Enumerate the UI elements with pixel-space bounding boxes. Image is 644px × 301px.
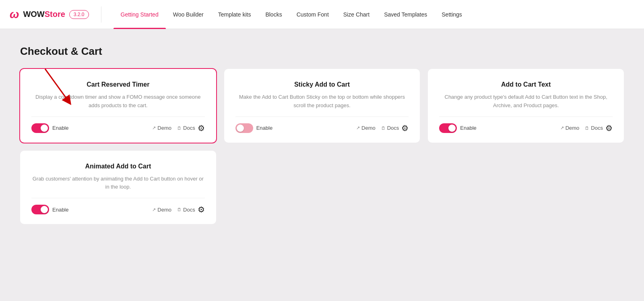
nav-item-settings[interactable]: Settings [434, 0, 469, 29]
docs-label: Docs [183, 207, 195, 213]
header: ω WOWStore 3.2.0 Getting Started Woo Bui… [0, 0, 644, 29]
doc-icon: 🗒 [177, 207, 182, 212]
demo-link[interactable]: ↗ Demo [152, 125, 171, 131]
nav-item-getting-started[interactable]: Getting Started [114, 0, 166, 29]
settings-gear-icon[interactable]: ⚙ [198, 205, 205, 214]
demo-label: Demo [361, 125, 376, 131]
logo-w-icon: ω [10, 9, 19, 20]
settings-gear-icon[interactable]: ⚙ [198, 123, 205, 133]
settings-gear-icon[interactable]: ⚙ [401, 123, 409, 133]
toggle-wrapper: Enable [31, 123, 152, 133]
enable-toggle[interactable] [439, 123, 457, 133]
card-cart-reserved-timer: Cart Reserved Timer Display a countdown … [20, 69, 216, 143]
nav-item-template-kits[interactable]: Template kits [211, 0, 258, 29]
external-link-icon: ↗ [152, 125, 156, 131]
main-content: Checkout & Cart Cart Reserved Timer Disp… [0, 29, 644, 301]
docs-label: Docs [387, 125, 399, 131]
enable-label: Enable [52, 125, 68, 131]
demo-link[interactable]: ↗ Demo [152, 207, 171, 213]
demo-label: Demo [566, 125, 580, 131]
nav-item-blocks[interactable]: Blocks [258, 0, 289, 29]
version-badge: 3.2.0 [69, 10, 89, 19]
card-links: ↗ Demo 🗒 Docs [152, 125, 195, 131]
logo-area: ω WOWStore 3.2.0 [10, 9, 89, 20]
annotation-container: Cart Reserved Timer Display a countdown … [20, 69, 624, 224]
demo-link[interactable]: ↗ Demo [356, 125, 376, 131]
docs-link[interactable]: 🗒 Docs [177, 207, 195, 213]
docs-label: Docs [591, 125, 603, 131]
card-title: Sticky Add to Cart [235, 81, 409, 88]
external-link-icon: ↗ [356, 125, 360, 131]
page-title: Checkout & Cart [20, 45, 624, 58]
card-description: Make the Add to Cart Button Sticky on th… [235, 93, 409, 110]
enable-toggle[interactable] [31, 123, 49, 133]
card-description: Change any product type's default Add to… [439, 93, 613, 110]
card-sticky-add-to-cart: Sticky Add to Cart Make the Add to Cart … [224, 69, 420, 143]
nav-item-woo-builder[interactable]: Woo Builder [166, 0, 211, 29]
card-footer: Enable ↗ Demo 🗒 Docs ⚙ [31, 198, 205, 214]
toggle-wrapper: Enable [235, 123, 356, 133]
header-divider [101, 6, 101, 23]
card-title: Animated Add to Cart [31, 163, 205, 170]
card-links: ↗ Demo 🗒 Docs [356, 125, 399, 131]
settings-gear-icon[interactable]: ⚙ [605, 123, 613, 133]
nav-item-custom-font[interactable]: Custom Font [289, 0, 336, 29]
card-links: ↗ Demo 🗒 Docs [560, 125, 603, 131]
card-add-to-cart-text: Add to Cart Text Change any product type… [428, 69, 624, 143]
enable-label: Enable [256, 125, 272, 131]
card-links: ↗ Demo 🗒 Docs [152, 207, 195, 213]
toggle-wrapper: Enable [31, 205, 152, 214]
docs-link[interactable]: 🗒 Docs [585, 125, 603, 131]
doc-icon: 🗒 [177, 126, 182, 131]
demo-label: Demo [157, 125, 171, 131]
card-footer: Enable ↗ Demo 🗒 Docs ⚙ [235, 116, 409, 133]
enable-label: Enable [52, 207, 68, 213]
docs-label: Docs [183, 125, 195, 131]
docs-link[interactable]: 🗒 Docs [177, 125, 195, 131]
docs-link[interactable]: 🗒 Docs [381, 125, 399, 131]
card-description: Grab customers' attention by animating t… [31, 175, 205, 192]
card-title: Cart Reserved Timer [31, 81, 205, 88]
card-animated-add-to-cart: Animated Add to Cart Grab customers' att… [20, 151, 216, 224]
demo-label: Demo [157, 207, 171, 213]
logo-icon: ω [10, 9, 19, 20]
doc-icon: 🗒 [381, 126, 386, 131]
card-title: Add to Cart Text [439, 81, 613, 88]
enable-toggle[interactable] [235, 123, 253, 133]
card-description: Display a countdown timer and show a FOM… [31, 93, 205, 110]
external-link-icon: ↗ [560, 125, 564, 131]
cards-grid: Cart Reserved Timer Display a countdown … [20, 69, 624, 224]
enable-label: Enable [460, 125, 476, 131]
enable-toggle[interactable] [31, 205, 49, 214]
doc-icon: 🗒 [585, 126, 589, 131]
card-footer: Enable ↗ Demo 🗒 Docs ⚙ [31, 116, 205, 133]
demo-link[interactable]: ↗ Demo [560, 125, 580, 131]
nav-item-saved-templates[interactable]: Saved Templates [377, 0, 434, 29]
card-footer: Enable ↗ Demo 🗒 Docs ⚙ [439, 116, 613, 133]
toggle-wrapper: Enable [439, 123, 560, 133]
main-nav: Getting Started Woo Builder Template kit… [114, 0, 469, 29]
logo-text: WOWStore [23, 10, 65, 19]
external-link-icon: ↗ [152, 207, 156, 212]
nav-item-size-chart[interactable]: Size Chart [336, 0, 377, 29]
